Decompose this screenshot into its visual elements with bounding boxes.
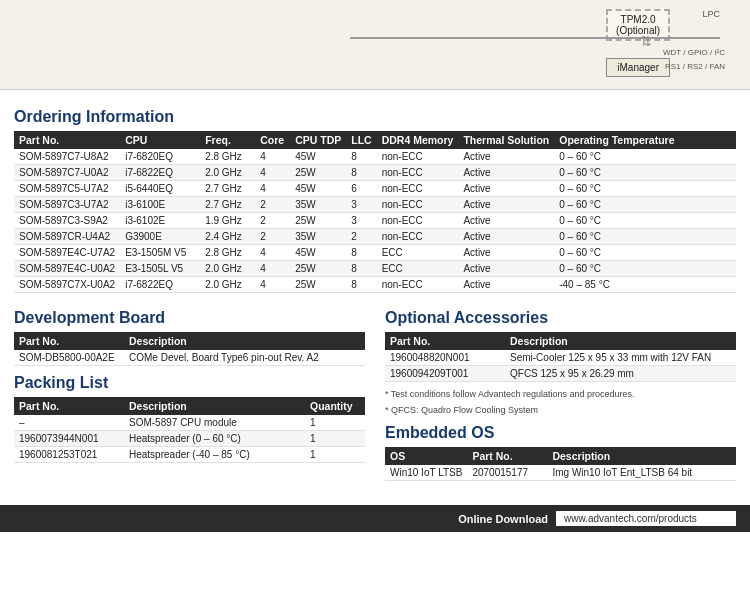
table-row: 1960081253T021Heatspreader (-40 – 85 °C)… — [14, 447, 365, 463]
diagram-inner: TPM2.0 (Optional) LPC ⇅ iManager WDT / G… — [350, 5, 730, 85]
main-content: Ordering Information Part No. CPU Freq. … — [0, 90, 750, 495]
table-row: SOM-5897C7-U0A2i7-6822EQ2.0 GHz425W8non-… — [14, 165, 736, 181]
embed-col-desc: Description — [547, 447, 736, 465]
pack-table: Part No. Description Quantity –SOM-5897 … — [14, 397, 365, 463]
dev-table: Part No. Description SOM-DB5800-00A2ECOM… — [14, 332, 365, 366]
ordering-col-partno: Part No. — [14, 131, 120, 149]
ordering-col-cpu: CPU — [120, 131, 200, 149]
table-row: SOM-DB5800-00A2ECOMe Devel. Board Type6 … — [14, 350, 365, 366]
table-row: Win10 IoT LTSB2070015177Img Win10 IoT En… — [385, 465, 736, 481]
ordering-table: Part No. CPU Freq. Core CPU TDP LLC DDR4… — [14, 131, 736, 293]
pack-col-desc: Description — [124, 397, 305, 415]
development-title: Development Board — [14, 309, 365, 327]
table-row: SOM-5897E4C-U7A2E3-1505M V52.8 GHz445W8E… — [14, 245, 736, 261]
arrow-up-down-icon: ⇅ — [640, 33, 652, 49]
table-row: 1960094209T001QFCS 125 x 95 x 26.29 mm — [385, 366, 736, 382]
ordering-col-temp: Operating Temperature — [554, 131, 736, 149]
two-col-section: Development Board Part No. Description S… — [14, 301, 736, 487]
ordering-col-thermal: Thermal Solution — [458, 131, 554, 149]
rs1-label: RS1 / RS2 / FAN — [665, 62, 725, 71]
dev-col-partno: Part No. — [14, 332, 124, 350]
table-row: SOM-5897C7-U8A2i7-6820EQ2.8 GHz445W8non-… — [14, 149, 736, 165]
ordering-col-freq: Freq. — [200, 131, 255, 149]
embed-col-os: OS — [385, 447, 467, 465]
col-right: Optional Accessories Part No. Descriptio… — [385, 301, 736, 487]
lpc-label: LPC — [702, 9, 720, 19]
table-row: SOM-5897E4C-U0A2E3-1505L V52.0 GHz425W8E… — [14, 261, 736, 277]
packing-title: Packing List — [14, 374, 365, 392]
wdt-label: WDT / GPIO / I²C — [663, 48, 725, 57]
opt-table: Part No. Description 1960048820N001Semi-… — [385, 332, 736, 382]
tpm-label: TPM2.0 — [621, 14, 656, 25]
table-row: 1960048820N001Semi-Cooler 125 x 95 x 33 … — [385, 350, 736, 366]
table-row: SOM-5897C3-S9A2i3-6102E1.9 GHz225W3non-E… — [14, 213, 736, 229]
diagram-area: TPM2.0 (Optional) LPC ⇅ iManager WDT / G… — [0, 0, 750, 90]
opt-col-partno: Part No. — [385, 332, 505, 350]
footer-url: www.advantech.com/products — [556, 511, 736, 526]
table-row: SOM-5897C3-U7A2i3-6100E2.7 GHz235W3non-E… — [14, 197, 736, 213]
ordering-col-llc: LLC — [346, 131, 376, 149]
pack-col-qty: Quantity — [305, 397, 365, 415]
tpm-optional: (Optional) — [616, 25, 660, 36]
optional-title: Optional Accessories — [385, 309, 736, 327]
embed-table: OS Part No. Description Win10 IoT LTSB20… — [385, 447, 736, 481]
embedded-title: Embedded OS — [385, 424, 736, 442]
table-row: –SOM-5897 CPU module1 — [14, 415, 365, 431]
footer-label: Online Download — [458, 513, 548, 525]
arrow-line — [350, 37, 720, 39]
opt-notes: * Test conditions follow Advantech regul… — [385, 388, 736, 416]
table-row: SOM-5897CR-U4A2G3900E2.4 GHz235W2non-ECC… — [14, 229, 736, 245]
table-row: SOM-5897C7X-U0A2i7-6822EQ2.0 GHz425W8non… — [14, 277, 736, 293]
ordering-col-tdp: CPU TDP — [290, 131, 346, 149]
table-row: 1960073944N001Heatspreader (0 – 60 °C)1 — [14, 431, 365, 447]
embed-col-partno: Part No. — [467, 447, 547, 465]
col-left: Development Board Part No. Description S… — [14, 301, 365, 487]
opt-col-desc: Description — [505, 332, 736, 350]
dev-col-desc: Description — [124, 332, 365, 350]
ordering-title: Ordering Information — [14, 108, 736, 126]
opt-note: * Test conditions follow Advantech regul… — [385, 388, 736, 401]
imanager-box: iManager — [606, 58, 670, 77]
ordering-col-ddr4: DDR4 Memory — [377, 131, 459, 149]
pack-col-partno: Part No. — [14, 397, 124, 415]
footer: Online Download www.advantech.com/produc… — [0, 505, 750, 532]
opt-note: * QFCS: Quadro Flow Cooling System — [385, 404, 736, 417]
table-row: SOM-5897C5-U7A2i5-6440EQ2.7 GHz445W6non-… — [14, 181, 736, 197]
ordering-col-core: Core — [255, 131, 290, 149]
